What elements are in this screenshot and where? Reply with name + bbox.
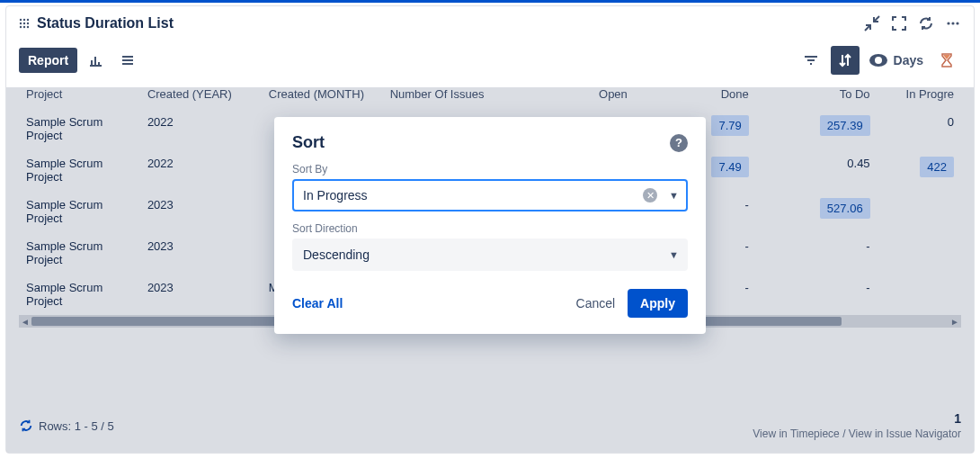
sort-direction-wrap: Descending ▼ bbox=[292, 238, 688, 271]
table-cell: 257.39 bbox=[756, 108, 878, 149]
table-cell: 2022 bbox=[140, 108, 262, 149]
bar-chart-icon[interactable] bbox=[81, 46, 110, 75]
toolbar: Report Days bbox=[19, 40, 961, 80]
table-cell: Sample Scrum Project bbox=[19, 149, 140, 191]
table-cell: 0 bbox=[878, 108, 961, 149]
table-cell: 2023 bbox=[140, 274, 262, 315]
table-cell: Sample Scrum Project bbox=[19, 108, 140, 149]
footer-bar: Rows: 1 - 5 / 5 1 View in Timepiece / Vi… bbox=[19, 402, 961, 440]
collapse-icon[interactable] bbox=[864, 15, 880, 32]
table-cell: 422 bbox=[878, 149, 961, 191]
scroll-left-icon[interactable]: ◄ bbox=[19, 315, 31, 328]
table-cell: 527.06 bbox=[756, 191, 878, 232]
table-cell: 2023 bbox=[140, 191, 262, 232]
table-cell: - bbox=[756, 274, 878, 315]
col-issues[interactable]: Number Of Issues bbox=[383, 80, 504, 108]
col-open[interactable]: Open bbox=[504, 80, 635, 108]
table-cell: 2022 bbox=[140, 149, 262, 191]
eye-icon bbox=[869, 53, 888, 68]
more-icon[interactable] bbox=[945, 15, 961, 32]
table-cell: - bbox=[756, 232, 878, 274]
sort-button[interactable] bbox=[831, 46, 860, 75]
svg-point-3 bbox=[20, 22, 22, 24]
title-bar: Status Duration List bbox=[6, 6, 974, 40]
svg-point-7 bbox=[23, 26, 25, 28]
hourglass-icon[interactable] bbox=[932, 46, 961, 75]
svg-point-13 bbox=[875, 57, 882, 64]
sort-direction-select[interactable]: Descending bbox=[292, 238, 688, 271]
clear-sortby-icon[interactable]: ✕ bbox=[643, 188, 657, 202]
table-cell: Sample Scrum Project bbox=[19, 191, 140, 232]
col-inprogress[interactable]: In Progre bbox=[878, 80, 961, 108]
svg-point-0 bbox=[20, 19, 22, 21]
help-icon[interactable]: ? bbox=[670, 134, 688, 152]
fullscreen-icon[interactable] bbox=[891, 15, 907, 32]
svg-point-6 bbox=[20, 26, 22, 28]
col-project[interactable]: Project bbox=[19, 80, 140, 108]
svg-point-1 bbox=[23, 19, 25, 21]
table-cell: Sample Scrum Project bbox=[19, 274, 140, 315]
filter-icon[interactable] bbox=[797, 46, 825, 75]
col-month[interactable]: Created (MONTH) bbox=[262, 80, 383, 108]
table-cell: 0.45 bbox=[756, 149, 878, 191]
accent-border bbox=[0, 0, 980, 3]
footer-refresh-icon[interactable] bbox=[19, 418, 33, 433]
sort-direction-label: Sort Direction bbox=[292, 222, 688, 235]
apply-button[interactable]: Apply bbox=[628, 289, 688, 318]
menu-icon[interactable] bbox=[113, 46, 142, 75]
modal-title: Sort bbox=[292, 133, 325, 152]
sort-by-field-wrap: In Progress ✕ ▼ bbox=[292, 179, 688, 212]
report-button[interactable]: Report bbox=[19, 48, 77, 73]
svg-point-10 bbox=[951, 22, 954, 24]
svg-point-11 bbox=[956, 22, 958, 24]
table-cell bbox=[878, 274, 961, 315]
svg-point-9 bbox=[947, 22, 949, 24]
table-cell: 2023 bbox=[140, 232, 262, 274]
svg-point-4 bbox=[23, 22, 25, 24]
col-done[interactable]: Done bbox=[635, 80, 756, 108]
sortby-chevron-down-icon[interactable]: ▼ bbox=[669, 190, 679, 201]
col-todo[interactable]: To Do bbox=[756, 80, 878, 108]
svg-point-2 bbox=[27, 19, 29, 21]
grip-icon[interactable] bbox=[19, 18, 30, 29]
col-year[interactable]: Created (YEAR) bbox=[140, 80, 262, 108]
table-cell bbox=[878, 232, 961, 274]
table-cell: Sample Scrum Project bbox=[19, 232, 140, 274]
link-issue-navigator[interactable]: View in Issue Navigator bbox=[849, 428, 961, 440]
sort-modal: Sort ? Sort By In Progress ✕ ▼ Sort Dire… bbox=[274, 117, 706, 334]
days-toggle[interactable]: Days bbox=[865, 53, 927, 68]
link-timepiece[interactable]: View in Timepiece bbox=[753, 428, 840, 440]
refresh-icon[interactable] bbox=[918, 15, 934, 32]
page-number: 1 bbox=[753, 411, 961, 426]
link-separator: / bbox=[840, 428, 849, 440]
svg-point-8 bbox=[27, 26, 29, 28]
sort-by-label: Sort By bbox=[292, 163, 688, 176]
direction-chevron-down-icon[interactable]: ▼ bbox=[669, 249, 679, 260]
cancel-button[interactable]: Cancel bbox=[576, 296, 616, 310]
days-label: Days bbox=[894, 53, 923, 68]
rows-count: Rows: 1 - 5 / 5 bbox=[39, 419, 114, 433]
table-cell bbox=[878, 191, 961, 232]
clear-all-button[interactable]: Clear All bbox=[292, 296, 343, 310]
sort-by-select[interactable]: In Progress bbox=[292, 179, 688, 212]
page-title: Status Duration List bbox=[37, 15, 174, 32]
scroll-right-icon[interactable]: ► bbox=[949, 315, 961, 328]
svg-point-5 bbox=[27, 22, 29, 24]
